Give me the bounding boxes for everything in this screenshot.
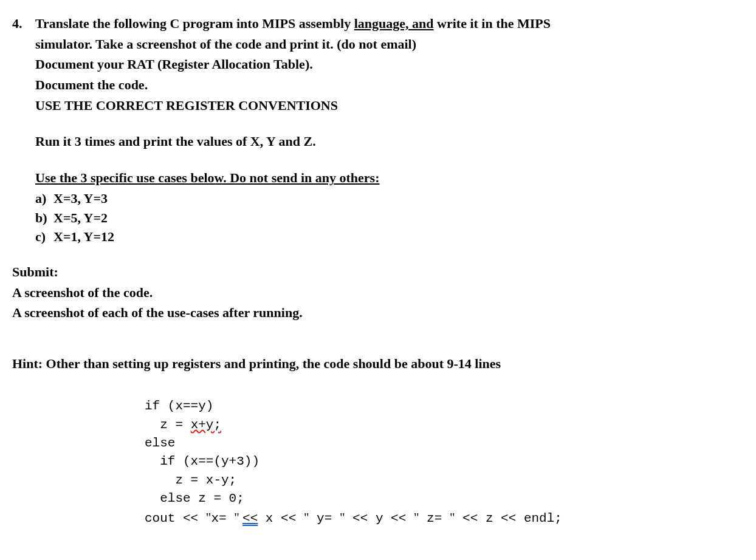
code-line-7h: y= <box>309 511 339 525</box>
case-b-letter: b) <box>35 209 53 227</box>
q2: " <box>234 510 242 525</box>
code-xplusy: x+y; <box>191 418 221 432</box>
code-line-1: if (x==y) <box>145 399 213 413</box>
prompt-line-3: Document your RAT (Register Allocation T… <box>35 55 744 73</box>
question-number: 4. <box>12 15 22 33</box>
code-line-2a: z = <box>145 418 191 432</box>
submit-item-2: A screenshot of each of the use-cases af… <box>12 304 744 322</box>
case-b: b)X=5, Y=2 <box>35 209 744 227</box>
case-a-text: X=3, Y=3 <box>53 191 108 206</box>
code-line-7j: << y << <box>345 511 413 525</box>
use-cases-heading: Use the 3 specific use cases below. Do n… <box>35 169 744 187</box>
prompt-line-1-pre: Translate the following C program into M… <box>35 16 354 31</box>
case-b-text: X=5, Y=2 <box>53 210 108 225</box>
prompt-line-1-post: write it in the MIPS <box>434 16 551 31</box>
code-line-7e: << <box>242 511 258 525</box>
code-line-7l: z= <box>419 511 449 525</box>
code-line-7f: x << <box>258 511 304 525</box>
case-a: a)X=3, Y=3 <box>35 190 744 208</box>
case-c: c)X=1, Y=12 <box>35 228 744 246</box>
case-c-letter: c) <box>35 228 53 246</box>
code-snippet: if (x==y) z = x+y; else if (x==(y+3)) z … <box>145 379 744 547</box>
code-line-6: else z = 0; <box>145 491 244 505</box>
case-a-letter: a) <box>35 190 53 208</box>
code-line-4: if (x==(y+3)) <box>145 454 259 468</box>
prompt-line-4: Document the code. <box>35 76 744 94</box>
use-cases-list: a)X=3, Y=3 b)X=5, Y=2 c)X=1, Y=12 <box>35 190 744 246</box>
prompt-line-2: simulator. Take a screenshot of the code… <box>35 35 744 53</box>
run-instruction: Run it 3 times and print the values of X… <box>35 132 744 151</box>
code-line-5: z = x-y; <box>145 473 236 487</box>
submit-item-1: A screenshot of the code. <box>12 284 744 302</box>
submit-heading: Submit: <box>12 263 744 281</box>
prompt-line-1-underlined: language, and <box>354 16 434 31</box>
case-c-text: X=1, Y=12 <box>53 229 114 244</box>
hint-line: Hint: Other than setting up registers an… <box>12 355 744 373</box>
code-line-7c: x= <box>211 511 234 525</box>
prompt-line-1: Translate the following C program into M… <box>35 15 744 33</box>
prompt-line-5: USE THE CORRECT REGISTER CONVENTIONS <box>35 97 744 115</box>
code-line-3: else <box>145 436 175 450</box>
code-line-7a: cout << <box>145 511 206 525</box>
code-line-7n: << z << endl; <box>455 511 562 525</box>
